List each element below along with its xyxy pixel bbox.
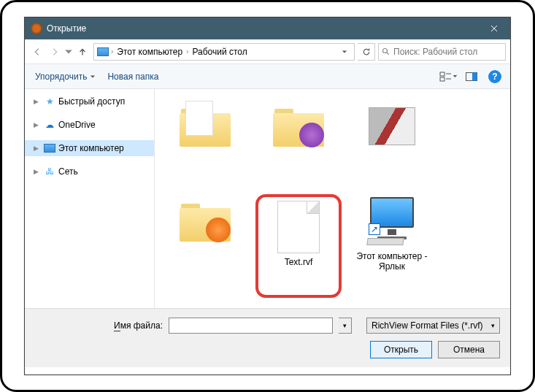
pc-icon <box>97 47 109 56</box>
monitor-icon: ↗ <box>364 197 420 245</box>
chevron-down-icon: ▾ <box>491 322 495 329</box>
filename-input[interactable] <box>169 318 333 334</box>
search-placeholder: Поиск: Рабочий стол <box>393 47 477 57</box>
folder-item[interactable] <box>162 194 248 282</box>
bottom-bar: Имя файла: ▾ RichView Format Files (*.rv… <box>25 308 510 367</box>
breadcrumb[interactable]: › Этот компьютер › Рабочий стол <box>93 43 355 61</box>
expand-icon[interactable]: ▶ <box>34 145 41 152</box>
expand-icon[interactable]: ▶ <box>34 168 41 175</box>
refresh-button[interactable] <box>358 43 375 61</box>
app-icon <box>31 23 42 34</box>
close-button[interactable] <box>477 18 510 39</box>
cloud-icon: ☁ <box>44 119 55 131</box>
expand-icon[interactable]: ▶ <box>34 121 41 128</box>
open-file-dialog: Открытие › Этот компьютер › Рабочий стол <box>24 17 511 375</box>
breadcrumb-seg-desktop[interactable]: Рабочий стол <box>190 47 248 57</box>
open-button[interactable]: Открыть <box>370 341 432 358</box>
forward-button[interactable] <box>47 44 63 60</box>
filetype-filter[interactable]: RichView Format Files (*.rvf) ▾ <box>366 318 500 334</box>
titlebar: Открытие <box>25 18 510 39</box>
back-button[interactable] <box>29 44 45 60</box>
search-input[interactable]: Поиск: Рабочий стол <box>378 43 506 61</box>
breadcrumb-seg-thispc[interactable]: Этот компьютер <box>115 47 184 57</box>
svg-rect-4 <box>472 72 477 80</box>
tree-network[interactable]: ▶ 🖧 Сеть <box>25 164 154 180</box>
nav-tree: ▶ ★ Быстрый доступ ▶ ☁ OneDrive ▶ Этот к… <box>25 89 155 308</box>
search-icon <box>382 47 390 56</box>
folder-item[interactable] <box>349 99 435 187</box>
command-bar: Упорядочить Новая папка ? <box>25 64 510 89</box>
address-bar: › Этот компьютер › Рабочий стол Поиск: Р… <box>25 39 510 64</box>
chevron-right-icon: › <box>111 47 113 55</box>
folder-item[interactable] <box>255 99 342 187</box>
star-icon: ★ <box>44 96 55 107</box>
window-title: Открытие <box>47 23 477 34</box>
chevron-right-icon: › <box>186 47 188 55</box>
shortcut-this-pc[interactable]: ↗ Этот компьютер - Ярлык <box>349 194 435 282</box>
breadcrumb-dropdown[interactable] <box>338 49 351 55</box>
pc-icon <box>44 142 55 154</box>
cancel-button[interactable]: Отмена <box>438 341 500 358</box>
shortcut-arrow-icon: ↗ <box>369 223 380 235</box>
ubuntu-icon <box>206 218 231 242</box>
help-button[interactable]: ? <box>484 69 506 85</box>
filename-label: Имя файла: <box>35 320 163 331</box>
file-label: Этот компьютер - Ярлык <box>352 251 432 272</box>
folder-item[interactable] <box>162 99 248 187</box>
file-label: Text.rvf <box>258 257 339 267</box>
view-options-button[interactable] <box>437 69 459 85</box>
file-text-rvf[interactable]: Text.rvf <box>255 194 342 298</box>
tree-quick-access[interactable]: ▶ ★ Быстрый доступ <box>25 93 154 109</box>
file-list: Text.rvf ↗ Этот компьютер - Ярлык <box>155 89 510 308</box>
image-thumbnail <box>369 107 415 145</box>
filename-dropdown[interactable]: ▾ <box>339 318 352 334</box>
tree-this-pc[interactable]: ▶ Этот компьютер <box>25 140 154 156</box>
svg-point-0 <box>383 48 388 53</box>
file-icon <box>277 201 320 253</box>
tor-icon <box>299 123 324 147</box>
preview-pane-button[interactable] <box>461 69 482 85</box>
help-icon: ? <box>488 70 501 83</box>
organize-button[interactable]: Упорядочить <box>29 69 101 85</box>
recent-dropdown[interactable] <box>64 44 73 60</box>
expand-icon[interactable]: ▶ <box>34 98 41 105</box>
svg-rect-1 <box>440 72 444 76</box>
up-button[interactable] <box>74 44 91 60</box>
svg-rect-2 <box>440 77 444 81</box>
network-icon: 🖧 <box>44 166 55 177</box>
chevron-down-icon <box>90 74 96 80</box>
new-folder-button[interactable]: Новая папка <box>101 69 164 85</box>
tree-onedrive[interactable]: ▶ ☁ OneDrive <box>25 117 154 133</box>
